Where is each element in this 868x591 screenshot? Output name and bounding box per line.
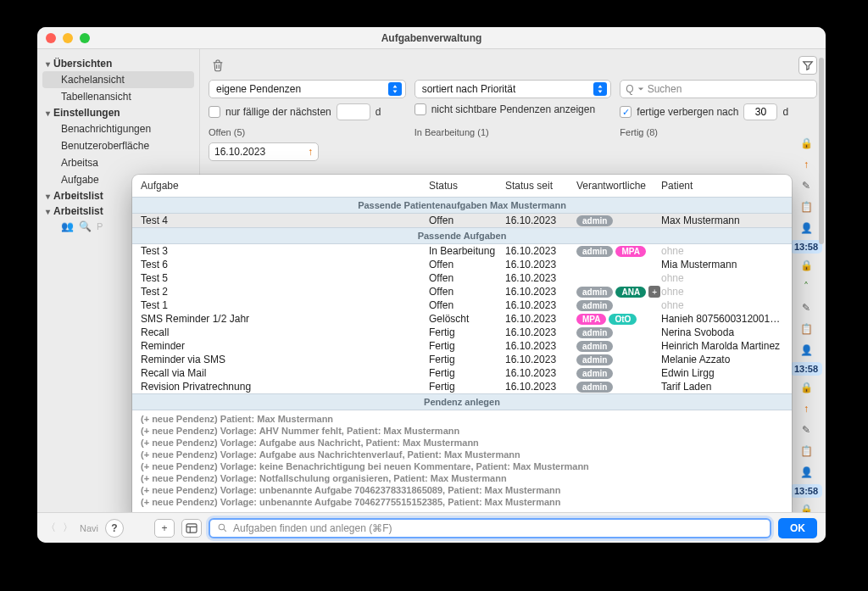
help-button[interactable]: ? <box>105 519 124 538</box>
tag-admin: admin <box>576 382 613 393</box>
trash-button[interactable] <box>209 56 227 75</box>
hide-done-checkbox[interactable] <box>620 106 632 118</box>
arrow-up-icon[interactable]: ↑ <box>797 155 815 174</box>
table-row[interactable]: SMS Reminder 1/2 JahrGelöscht16.10.2023M… <box>132 312 792 326</box>
table-row[interactable]: Recall via MailFertig16.10.2023adminEdwi… <box>132 366 792 380</box>
table-row[interactable]: Test 6Offen16.10.2023Mia Mustermann <box>132 258 792 271</box>
sidebar-item[interactable]: Benutzeroberfläche <box>37 137 199 154</box>
hide-done-days-input[interactable] <box>743 103 777 120</box>
cell-date: 16.10.2023 <box>505 354 576 365</box>
cell-patient: Mia Mustermann <box>661 259 783 270</box>
tag-admin: admin <box>576 354 613 365</box>
new-task-option[interactable]: (+ neue Pendenz) Vorlage: Notfallschulun… <box>141 473 783 483</box>
search-input[interactable]: Q Suchen <box>620 80 817 98</box>
lock-icon[interactable]: 🔒 <box>797 256 815 275</box>
group-create-task: Pendenz anlegen <box>132 393 792 410</box>
new-task-option[interactable]: (+ neue Pendenz) Vorlage: unbenannte Auf… <box>141 497 783 507</box>
table-row[interactable]: Test 1Offen16.10.2023adminohne <box>132 298 792 312</box>
cell-patient: Melanie Azzato <box>661 354 783 365</box>
table-row[interactable]: Test 2Offen16.10.2023adminANA+ohne <box>132 285 792 298</box>
new-task-option[interactable]: (+ neue Pendenz) Vorlage: unbenannte Auf… <box>141 485 783 495</box>
pencil-icon[interactable]: ✎ <box>797 176 815 195</box>
clipboard-icon[interactable]: 📋 <box>797 442 815 460</box>
new-task-option[interactable]: (+ neue Pendenz) Vorlage: Aufgabe aus Na… <box>141 449 783 460</box>
global-search-input[interactable]: Aufgaben finden und anlegen (⌘F) <box>209 518 771 538</box>
table-row[interactable]: Revision PrivatrechnungFertig16.10.2023a… <box>132 380 792 393</box>
list-button[interactable] <box>181 519 202 538</box>
lock-icon[interactable]: 🔒 <box>797 378 815 397</box>
sidebar-item[interactable]: Benachrichtigungen <box>37 120 199 137</box>
nav-forward[interactable]: 〉 <box>63 521 73 535</box>
cell-task: Reminder via SMS <box>141 354 429 365</box>
clipboard-icon[interactable]: 📋 <box>797 320 815 338</box>
window-title: Aufgabenverwaltung <box>381 32 482 44</box>
table-row[interactable]: Reminder via SMSFertig16.10.2023adminMel… <box>132 353 792 366</box>
search-prefix: Q <box>626 83 633 95</box>
cell-date: 16.10.2023 <box>505 245 576 257</box>
pencil-icon[interactable]: ✎ <box>797 298 815 317</box>
close-window[interactable] <box>46 33 56 43</box>
col-done-header: Fertig (8) <box>620 127 817 137</box>
cell-task: Test 5 <box>141 272 429 284</box>
table-row[interactable]: RecallFertig16.10.2023adminNerina Svobod… <box>132 326 792 339</box>
cell-tags: admin <box>576 382 661 393</box>
sidebar-item[interactable]: Arbeitsa <box>37 154 199 171</box>
lock-icon[interactable]: 🔒 <box>797 134 815 153</box>
new-task-option[interactable]: (+ neue Pendenz) Vorlage: Aufgabe aus Na… <box>141 438 783 448</box>
cell-patient: Nerina Svoboda <box>661 326 783 338</box>
global-search-placeholder: Aufgaben finden und anlegen (⌘F) <box>233 522 392 534</box>
cell-patient: Edwin Lirgg <box>661 367 783 379</box>
nav-hint: Navi <box>80 523 98 533</box>
table-row[interactable]: Test 4Offen16.10.2023adminMax Mustermann <box>132 214 792 227</box>
tag-admin: admin <box>576 300 613 311</box>
table-row[interactable]: Test 5Offen16.10.2023ohne <box>132 271 792 285</box>
person-icon[interactable]: 👤 <box>797 219 815 237</box>
person-icon[interactable]: 👤 <box>797 463 815 482</box>
person-icon[interactable]: 👤 <box>797 341 815 360</box>
sidebar-group[interactable]: ▾Einstellungen <box>37 105 199 120</box>
zoom-window[interactable] <box>80 33 90 43</box>
show-hidden-label: nicht sichtbare Pendenzen anzeigen <box>431 103 595 115</box>
only-due-checkbox[interactable] <box>209 106 220 118</box>
sidebar-item[interactable]: Kachelansicht <box>42 71 194 88</box>
add-button[interactable]: + <box>154 519 175 538</box>
card-action-column: 🔒↑✎📋👤13:58🔒˄✎📋👤13:58🔒↑✎📋👤13:58🔒˄✎📋👤13:58… <box>792 134 821 543</box>
scrollbar[interactable] <box>819 58 824 509</box>
cell-tags: admin <box>576 215 661 226</box>
new-task-option[interactable]: (+ neue Pendenz) Vorlage: keine Benachri… <box>141 461 783 471</box>
sidebar-item[interactable]: Tabellenansicht <box>37 88 199 105</box>
clipboard-icon[interactable]: 📋 <box>797 198 815 216</box>
table-row[interactable]: Test 3In Bearbeitung16.10.2023adminMPAoh… <box>132 244 792 258</box>
bottom-toolbar: 〈 〉 Navi ? + Aufgaben finden und anlegen… <box>37 512 826 543</box>
open-date-cell[interactable]: 16.10.2023 ↑ <box>209 142 319 161</box>
only-due-days-input[interactable] <box>337 103 370 120</box>
table-row[interactable]: ReminderFertig16.10.2023adminHeinrich Ma… <box>132 339 792 353</box>
filter-button[interactable] <box>798 56 817 75</box>
titlebar: Aufgabenverwaltung <box>37 27 826 49</box>
ok-button[interactable]: OK <box>778 518 817 538</box>
scope-select[interactable]: eigene Pendenzen <box>209 80 406 98</box>
pencil-icon[interactable]: ✎ <box>797 421 815 439</box>
cell-date: 16.10.2023 <box>505 259 576 270</box>
time-chip: 13:58 <box>790 240 822 254</box>
users-icon[interactable]: 👥 <box>61 220 74 232</box>
cell-patient: ohne <box>661 286 783 298</box>
col-task: Aufgabe <box>141 180 429 192</box>
group-patient-tasks: Passende Patientenaufgaben Max Musterman… <box>132 197 792 214</box>
search-icon <box>217 522 228 533</box>
show-hidden-checkbox[interactable] <box>415 103 426 115</box>
cell-patient: ohne <box>661 245 783 257</box>
chevron-up-icon[interactable]: ˄ <box>797 277 815 296</box>
cell-date: 16.10.2023 <box>505 299 576 311</box>
search-icon[interactable]: 🔍 <box>79 220 92 232</box>
new-task-option[interactable]: (+ neue Pendenz) Vorlage: AHV Nummer feh… <box>141 426 783 436</box>
arrow-up-icon[interactable]: ↑ <box>797 399 815 418</box>
more-tags-icon[interactable]: + <box>648 286 660 298</box>
minimize-window[interactable] <box>63 33 73 43</box>
sort-select[interactable]: sortiert nach Priorität <box>415 80 612 98</box>
new-task-option[interactable]: (+ neue Pendenz) Patient: Max Mustermann <box>141 414 783 424</box>
sidebar-group[interactable]: ▾Übersichten <box>37 56 199 71</box>
cell-status: Fertig <box>429 381 505 393</box>
col-patient: Patient <box>661 180 783 192</box>
nav-back[interactable]: 〈 <box>46 521 56 535</box>
